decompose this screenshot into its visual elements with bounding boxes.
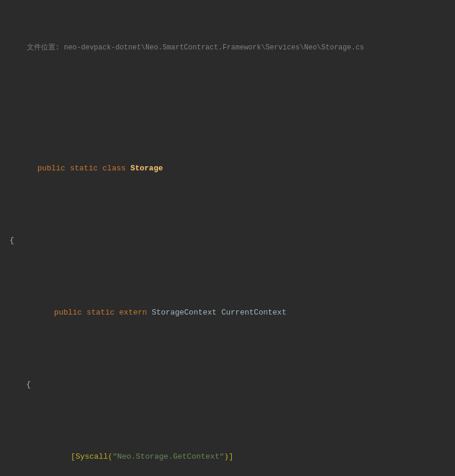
prop-currentcontext: CurrentContext (222, 308, 286, 317)
code-editor: 文件位置: neo-devpack-dotnet\Neo.SmartContra… (0, 5, 455, 476)
code-line-1: public static class Storage (10, 151, 445, 186)
kw-static: static (70, 164, 98, 173)
type-storagecontext: StorageContext (152, 308, 217, 317)
syscall-name-getctx: Syscall (76, 452, 108, 461)
code-line-2: { (10, 235, 445, 247)
code-line-4: { (10, 379, 445, 391)
attr-paren-close: ) (224, 452, 229, 461)
code-line-5: [Syscall("Neo.Storage.GetContext")] (10, 438, 445, 474)
code-body: public static class Storage { public sta… (10, 102, 445, 476)
class-name-storage: Storage (130, 164, 163, 173)
code-line-3: public static extern StorageContext Curr… (10, 295, 445, 331)
file-path-line: 文件位置: neo-devpack-dotnet\Neo.SmartContra… (10, 31, 445, 64)
file-path-label: 文件位置: neo-devpack-dotnet\Neo.SmartContra… (27, 43, 364, 52)
attr-paren-open: ( (108, 452, 113, 461)
brace-open: { (10, 236, 14, 245)
attr-bracket-open: [ (71, 452, 76, 461)
attr-bracket-close: ] (229, 452, 233, 461)
kw-class: class (102, 164, 126, 173)
syscall-string-getctx: "Neo.Storage.GetContext" (113, 452, 224, 461)
kw-public: public (38, 164, 66, 173)
